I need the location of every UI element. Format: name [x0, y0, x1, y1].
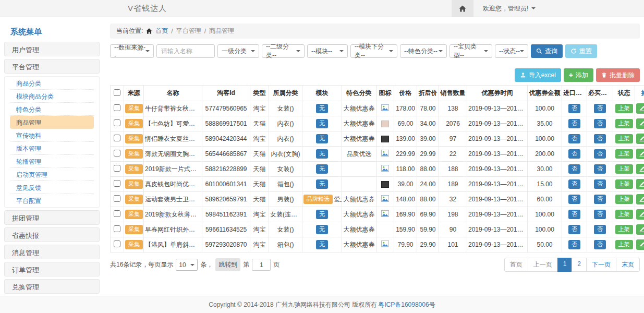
batch-delete-button[interactable]: 批量删除	[596, 68, 640, 82]
status-badge[interactable]: 上架	[615, 210, 633, 219]
row-checkbox[interactable]	[114, 240, 120, 247]
edit-button[interactable]	[636, 134, 644, 144]
edit-button[interactable]	[636, 224, 644, 235]
status-badge[interactable]: 上架	[615, 104, 633, 113]
filter-select[interactable]: --宝贝类型--	[449, 44, 492, 58]
sidebar-item[interactable]: 特色分类	[10, 103, 94, 116]
status-badge[interactable]: 上架	[615, 225, 633, 234]
import-flag-badge[interactable]: 否	[568, 164, 580, 173]
sidebar-item[interactable]: 启动页管理	[10, 168, 94, 181]
column-header: 必买清单	[587, 86, 613, 101]
edit-button[interactable]	[636, 239, 644, 250]
pager-item[interactable]: 首页	[504, 258, 528, 272]
sidebar-item[interactable]: 版本管理	[10, 142, 94, 155]
must-buy-flag-badge[interactable]: 否	[594, 210, 606, 219]
query-button[interactable]: 查询	[531, 44, 563, 58]
import-flag-badge[interactable]: 否	[568, 240, 580, 249]
sidebar-item[interactable]: 意见反馈	[10, 181, 94, 194]
row-checkbox[interactable]	[114, 210, 120, 217]
category-cell: 女装(连衣裙)	[269, 207, 302, 222]
import-flag-badge[interactable]: 否	[568, 210, 580, 219]
import-flag-badge[interactable]: 否	[568, 119, 580, 128]
home-button[interactable]	[452, 0, 473, 17]
source-cell: 采集	[124, 101, 144, 116]
icp-link[interactable]: 粤ICP备16098006号	[378, 300, 435, 309]
sidebar-item[interactable]: 商品分类	[10, 77, 94, 90]
edit-button[interactable]	[636, 209, 644, 220]
import-flag-badge[interactable]: 否	[568, 225, 580, 234]
import-flag-badge[interactable]: 否	[568, 134, 580, 143]
import-flag-badge[interactable]: 否	[568, 195, 580, 203]
import-flag-badge[interactable]: 否	[568, 104, 580, 113]
must-buy-flag-badge[interactable]: 否	[594, 149, 606, 158]
must-buy-flag-badge[interactable]: 否	[594, 104, 606, 113]
row-checkbox[interactable]	[114, 119, 120, 126]
menu-group[interactable]: 订单管理	[4, 262, 100, 276]
select-all-checkbox[interactable]	[114, 89, 120, 96]
menu-group[interactable]: 兑换管理	[4, 279, 100, 294]
jump-page-input[interactable]	[252, 259, 271, 271]
filter-select[interactable]: --特色分类--	[400, 44, 447, 58]
pager-item[interactable]: 末页	[616, 258, 640, 272]
sidebar-item[interactable]: 宣传物料	[10, 129, 94, 142]
filter-select[interactable]: --模块--	[307, 44, 348, 58]
pager-item[interactable]: 下一页	[586, 258, 616, 272]
edit-button[interactable]	[636, 103, 644, 114]
sidebar-item[interactable]: 商品管理	[10, 116, 94, 129]
status-badge[interactable]: 上架	[615, 149, 633, 158]
edit-button[interactable]	[636, 118, 644, 129]
filter-select[interactable]: --模块下分类--	[350, 44, 397, 58]
jump-button[interactable]: 跳转到	[215, 258, 240, 271]
row-checkbox[interactable]	[114, 180, 120, 187]
menu-group[interactable]: 消息管理	[4, 245, 100, 259]
sidebar-item[interactable]: 模块商品分类	[10, 90, 94, 103]
must-buy-flag-badge[interactable]: 否	[594, 164, 606, 173]
import-excel-button[interactable]: 导入excel	[515, 68, 561, 82]
pager-item[interactable]: 1	[557, 258, 573, 272]
status-badge[interactable]: 上架	[615, 119, 633, 128]
user-menu[interactable]: 欢迎您，管理员!	[483, 4, 536, 13]
filter-select[interactable]: --数据来源--	[110, 44, 154, 58]
menu-group[interactable]: 省惠快报	[4, 227, 100, 242]
name-search-input[interactable]	[156, 44, 215, 58]
menu-group[interactable]: 拼团管理	[4, 210, 100, 225]
status-badge[interactable]: 上架	[615, 195, 633, 203]
must-buy-cell: 否	[587, 131, 613, 147]
status-badge[interactable]: 上架	[615, 164, 633, 173]
status-badge[interactable]: 上架	[615, 240, 633, 249]
status-badge[interactable]: 上架	[615, 179, 633, 188]
filter-select[interactable]: 一级分类	[217, 44, 259, 58]
row-checkbox[interactable]	[114, 150, 120, 156]
edit-button[interactable]	[636, 194, 644, 204]
row-checkbox[interactable]	[114, 165, 120, 172]
must-buy-flag-badge[interactable]: 否	[594, 225, 606, 234]
row-checkbox[interactable]	[114, 135, 120, 141]
pager-item[interactable]: 2	[572, 258, 587, 272]
edit-button[interactable]	[636, 164, 644, 174]
must-buy-flag-badge[interactable]: 否	[594, 179, 606, 188]
must-buy-flag-badge[interactable]: 否	[594, 119, 606, 128]
chevron-down-icon	[439, 50, 443, 52]
import-flag-badge[interactable]: 否	[568, 149, 580, 158]
pager-item[interactable]: 上一页	[528, 258, 558, 272]
must-buy-flag-badge[interactable]: 否	[594, 134, 606, 143]
menu-group[interactable]: 平台管理	[4, 59, 100, 74]
filter-select[interactable]: --状态--	[495, 44, 528, 58]
edit-button[interactable]	[636, 149, 644, 159]
must-buy-flag-badge[interactable]: 否	[594, 195, 606, 203]
reset-button[interactable]: 重置	[565, 44, 597, 58]
filter-select[interactable]: --二级分类--	[262, 44, 305, 58]
row-checkbox[interactable]	[114, 195, 120, 202]
per-page-select[interactable]: 10	[176, 259, 198, 271]
edit-button[interactable]	[636, 179, 644, 189]
must-buy-flag-badge[interactable]: 否	[594, 240, 606, 249]
sidebar-item[interactable]: 平台配置	[10, 194, 94, 207]
add-button[interactable]: + 添加	[564, 68, 593, 82]
breadcrumb-home-link[interactable]: 首页	[155, 27, 168, 35]
row-checkbox[interactable]	[114, 104, 120, 111]
menu-group[interactable]: 用户管理	[4, 42, 100, 56]
import-flag-badge[interactable]: 否	[568, 179, 580, 188]
row-checkbox[interactable]	[114, 225, 120, 232]
sidebar-item[interactable]: 轮播管理	[10, 155, 94, 168]
status-badge[interactable]: 上架	[615, 134, 633, 143]
